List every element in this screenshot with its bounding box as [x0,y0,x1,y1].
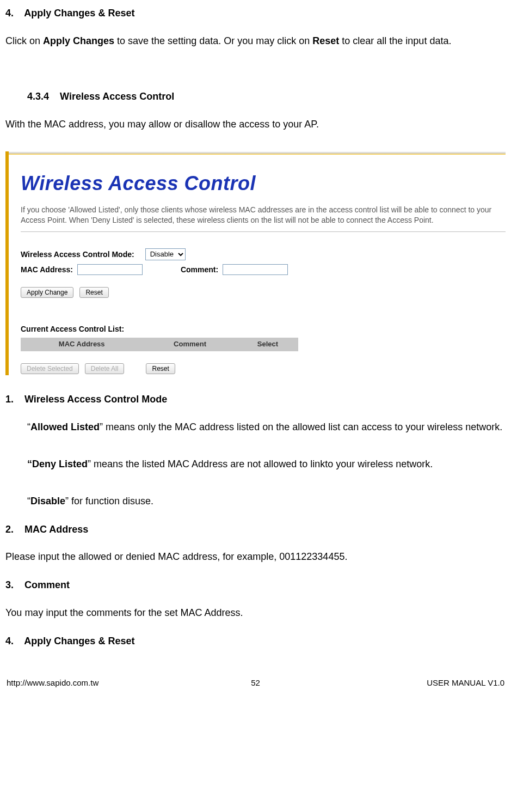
item1-heading: 1. Wireless Access Control Mode [5,392,506,407]
screenshot-divider [21,231,506,232]
col-select: Select [237,338,298,351]
delete-all-button[interactable]: Delete All [85,363,125,374]
section-4-text-post: to clear all the input data. [339,35,451,46]
mode-select[interactable]: Disable [145,248,186,260]
apply-changes-bold: Apply Changes [43,35,114,46]
item3-number: 3. [5,579,14,590]
mac-comment-row: MAC Address: Comment: [21,264,506,276]
reset-button-2[interactable]: Reset [146,363,175,374]
wireless-access-control-screenshot: Wireless Access Control If you choose 'A… [5,151,506,375]
apply-reset-buttons: Apply Change Reset [21,284,506,300]
section-4-heading: 4. Apply Changes & Reset [5,5,506,21]
item4-heading: 4. Apply Changes & Reset [5,633,506,649]
item1-disable: “Disable” for function disuse. [5,491,506,512]
deny-listed-bold: Deny Listed [32,459,88,469]
reset-button[interactable]: Reset [79,287,108,298]
screenshot-topbar [9,151,506,155]
item1-deny-rest: ” means the listed MAC Address are not a… [88,459,433,469]
item1-allowed-rest: ” means only the MAC address listed on t… [100,422,502,432]
current-list-heading: Current Access Control List: [21,323,506,335]
mac-input[interactable] [77,264,143,275]
section-4-text-pre: Click on [5,35,43,46]
item3-text: You may input the comments for the set M… [5,603,506,624]
section-434-heading: 4.3.4 Wireless Access Control [5,89,506,105]
table-header-row: MAC Address Comment Select [21,338,298,351]
section-4-title: Apply Changes & Reset [24,8,134,19]
item1-number: 1. [5,394,14,405]
col-comment: Comment [143,338,237,351]
page-footer: http://www.sapido.com.tw 52 USER MANUAL … [5,676,506,695]
footer-manual: USER MANUAL V1.0 [427,676,504,689]
screenshot-description: If you choose 'Allowed Listed', only tho… [21,205,497,226]
comment-label: Comment: [181,264,218,276]
col-mac: MAC Address [21,338,143,351]
section-4-paragraph: Click on Apply Changes to save the setti… [5,31,506,52]
screenshot-form: Wireless Access Control Mode: Disable MA… [21,248,506,276]
mode-row: Wireless Access Control Mode: Disable [21,248,506,260]
item1-deny: “Deny Listed” means the listed MAC Addre… [5,454,506,475]
access-control-table: MAC Address Comment Select [21,338,298,351]
item1-allowed: “Allowed Listed” means only the MAC addr… [5,417,506,438]
section-4-number: 4. [5,8,14,19]
item2-heading: 2. MAC Address [5,522,506,538]
item3-heading: 3. Comment [5,577,506,593]
screenshot-title: Wireless Access Control [21,168,506,199]
disable-bold: Disable [30,496,65,506]
item3-title: Comment [24,579,70,590]
mac-label: MAC Address: [21,264,73,276]
footer-page: 52 [251,676,260,689]
item1-disable-rest: ” for function disuse. [65,496,153,506]
section-4-text-mid: to save the setting data. Or you may cli… [114,35,312,46]
section-434-intro: With the MAC address, you may allow or d… [5,114,506,135]
table-buttons: Delete Selected Delete All Reset [21,360,506,376]
item4-number: 4. [5,636,14,646]
item2-text: Please input the allowed or denied MAC a… [5,547,506,567]
q1d: “ [27,459,32,469]
section-434-title: Wireless Access Control [60,91,174,102]
allowed-listed-bold: Allowed Listed [30,422,100,432]
item2-title: MAC Address [24,524,88,535]
item1-title: Wireless Access Control Mode [24,394,167,405]
footer-url: http://www.sapido.com.tw [7,676,98,689]
comment-input[interactable] [223,264,288,275]
item2-number: 2. [5,524,14,535]
delete-selected-button[interactable]: Delete Selected [21,363,79,374]
reset-bold: Reset [312,35,339,46]
mode-label: Wireless Access Control Mode: [21,248,134,260]
item4-title: Apply Changes & Reset [24,636,134,646]
apply-change-button[interactable]: Apply Change [21,287,73,298]
section-434-number: 4.3.4 [27,91,49,102]
